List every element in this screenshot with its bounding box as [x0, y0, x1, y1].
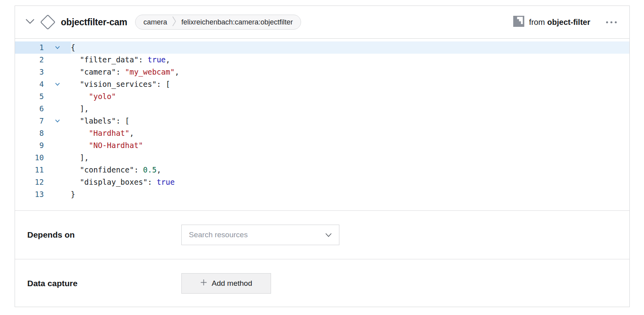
code-editor[interactable]: 1{2 "filter_data": true,3 "camera": "my_…	[15, 39, 629, 210]
fold-chevron-icon[interactable]	[44, 41, 71, 54]
code-text: "camera": "my_webcam",	[71, 66, 629, 78]
data-capture-label: Data capture	[27, 279, 181, 288]
add-method-button[interactable]: Add method	[181, 273, 271, 294]
editor-gutter: 12	[15, 176, 71, 188]
code-line-9[interactable]: 9 "NO-Hardhat"	[15, 139, 629, 152]
badge-separator-icon	[172, 16, 176, 29]
fold-chevron-icon[interactable]	[44, 78, 71, 90]
badge-category: camera	[143, 18, 167, 26]
code-text: }	[71, 188, 629, 201]
code-text: "yolo"	[71, 90, 629, 103]
code-line-5[interactable]: 5 "yolo"	[15, 90, 629, 103]
collapse-button[interactable]	[25, 17, 35, 27]
code-text: "display_boxes": true	[71, 176, 629, 188]
editor-gutter: 11	[15, 164, 71, 176]
fold-spacer	[44, 152, 71, 164]
from-word: from	[529, 18, 545, 26]
component-diamond-icon	[40, 14, 56, 30]
editor-gutter: 1	[15, 41, 71, 54]
code-line-3[interactable]: 3 "camera": "my_webcam",	[15, 66, 629, 78]
editor-gutter: 6	[15, 103, 71, 115]
ellipsis-menu-button[interactable]	[605, 19, 618, 26]
code-line-8[interactable]: 8 "Hardhat",	[15, 127, 629, 139]
code-text: {	[71, 41, 629, 54]
module-name: object-filter	[547, 18, 590, 26]
fold-spacer	[44, 90, 71, 103]
editor-gutter: 3	[15, 66, 71, 78]
code-text: "labels": [	[71, 115, 629, 127]
line-number: 12	[15, 176, 44, 188]
code-line-6[interactable]: 6 ],	[15, 103, 629, 115]
line-number: 13	[15, 188, 44, 201]
fold-spacer	[44, 164, 71, 176]
fold-chevron-icon[interactable]	[44, 115, 71, 127]
fold-spacer	[44, 176, 71, 188]
code-text: "confidence": 0.5,	[71, 164, 629, 176]
resource-name: objectfilter-cam	[61, 17, 127, 28]
code-text: ],	[71, 152, 629, 164]
line-number: 6	[15, 103, 44, 115]
add-method-label: Add method	[212, 279, 252, 288]
line-number: 8	[15, 127, 44, 139]
resource-type-badge: camera felixreichenbach:camera:objectfil…	[135, 15, 301, 30]
from-module-label: fromobject-filter	[529, 18, 590, 27]
fold-spacer	[44, 127, 71, 139]
line-number: 1	[15, 41, 44, 54]
code-line-4[interactable]: 4 "vision_services": [	[15, 78, 629, 90]
chevron-down-icon	[325, 233, 332, 237]
depends-on-label: Depends on	[27, 230, 181, 240]
line-number: 10	[15, 152, 44, 164]
plus-icon	[200, 279, 207, 288]
code-text: "Hardhat",	[71, 127, 629, 139]
code-line-2[interactable]: 2 "filter_data": true,	[15, 54, 629, 66]
editor-gutter: 4	[15, 78, 71, 90]
card-header: objectfilter-cam camera felixreichenbach…	[15, 6, 629, 39]
code-line-10[interactable]: 10 ],	[15, 152, 629, 164]
line-number: 7	[15, 115, 44, 127]
code-line-7[interactable]: 7 "labels": [	[15, 115, 629, 127]
depends-on-dropdown[interactable]: Search resources	[181, 225, 339, 245]
code-line-13[interactable]: 13}	[15, 188, 629, 201]
code-text: "NO-Hardhat"	[71, 139, 629, 152]
editor-gutter: 7	[15, 115, 71, 127]
line-number: 3	[15, 66, 44, 78]
dropdown-placeholder: Search resources	[189, 231, 248, 239]
code-text: "filter_data": true,	[71, 54, 629, 66]
line-number: 4	[15, 78, 44, 90]
editor-gutter: 9	[15, 139, 71, 152]
code-line-12[interactable]: 12 "display_boxes": true	[15, 176, 629, 188]
line-number: 5	[15, 90, 44, 103]
resource-config-card: objectfilter-cam camera felixreichenbach…	[15, 6, 630, 307]
line-number: 2	[15, 54, 44, 66]
depends-on-section: Depends on Search resources	[15, 210, 629, 259]
fold-spacer	[44, 139, 71, 152]
fold-spacer	[44, 66, 71, 78]
editor-gutter: 2	[15, 54, 71, 66]
badge-model-triplet: felixreichenbach:camera:objectfilter	[181, 18, 293, 26]
module-icon	[513, 16, 524, 28]
header-right: fromobject-filter	[513, 16, 618, 28]
fold-spacer	[44, 188, 71, 201]
fold-spacer	[44, 54, 71, 66]
code-line-1[interactable]: 1{	[15, 41, 629, 54]
fold-spacer	[44, 103, 71, 115]
chevron-down-icon	[25, 18, 35, 26]
editor-gutter: 5	[15, 90, 71, 103]
line-number: 11	[15, 164, 44, 176]
code-line-11[interactable]: 11 "confidence": 0.5,	[15, 164, 629, 176]
code-text: "vision_services": [	[71, 78, 629, 90]
code-text: ],	[71, 103, 629, 115]
editor-gutter: 13	[15, 188, 71, 201]
editor-gutter: 8	[15, 127, 71, 139]
data-capture-section: Data capture Add method	[15, 259, 629, 308]
line-number: 9	[15, 139, 44, 152]
editor-gutter: 10	[15, 152, 71, 164]
